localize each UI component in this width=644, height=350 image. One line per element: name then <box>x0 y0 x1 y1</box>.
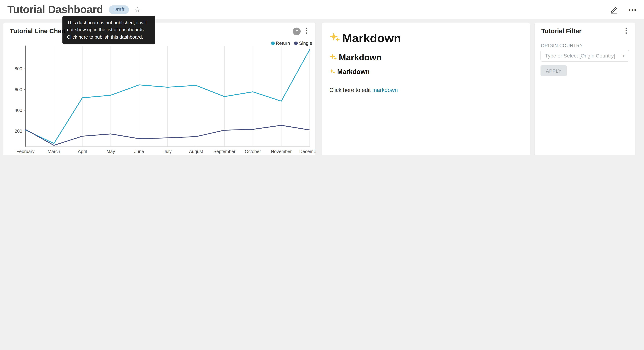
draft-badge[interactable]: Draft <box>109 6 129 14</box>
markdown-edit-link[interactable]: markdown <box>372 87 398 93</box>
y-axis-label: 200 <box>15 128 22 134</box>
x-axis-label: February <box>16 149 35 154</box>
edit-pencil-icon[interactable] <box>610 6 618 14</box>
markdown-card: Markdown Markdown Markdown Click here to… <box>322 23 530 155</box>
sparkles-icon <box>330 32 340 45</box>
dashboard-title: Tutorial Dashboard <box>8 3 103 16</box>
y-axis-label: 400 <box>15 108 22 113</box>
header-more-menu-icon[interactable]: ⋯ <box>628 5 637 14</box>
markdown-h3: Markdown <box>330 68 522 76</box>
origin-country-label: ORIGIN COUNTRY <box>541 43 583 48</box>
x-axis-label: October <box>245 149 261 154</box>
chart-kebab-menu-icon[interactable]: ⋮ <box>303 27 310 34</box>
y-axis-label: 800 <box>15 66 22 71</box>
select-placeholder: Type or Select [Origin Country] <box>545 53 615 58</box>
x-axis-label: August <box>189 149 203 154</box>
line-chart: FebruaryMarchAprilMayJuneJulyAugustSepte… <box>3 44 316 155</box>
y-axis-label: 600 <box>15 87 22 92</box>
x-axis-label: November <box>271 149 292 154</box>
x-axis-label: April <box>78 149 87 154</box>
favorite-star-icon[interactable]: ☆ <box>134 6 140 13</box>
x-axis-label: June <box>134 149 144 154</box>
unpublished-tooltip[interactable]: This dashboard is not published, it will… <box>62 16 155 44</box>
dashboard-viewport: Tutorial Dashboard Draft ☆ ⋯ This dashbo… <box>0 0 644 155</box>
line-chart-card: Tutorial Line Chart ⋮ Return Single Febr… <box>3 23 316 155</box>
filter-kebab-menu-icon[interactable]: ⋮ <box>622 27 630 34</box>
markdown-h1: Markdown <box>330 32 522 45</box>
x-axis-label: December <box>299 149 316 154</box>
markdown-paragraph: Click here to edit markdown <box>330 87 522 93</box>
filter-card: Tutorial Filter ⋮ ORIGIN COUNTRY Type or… <box>535 23 635 155</box>
sparkles-icon <box>330 68 335 76</box>
filter-card-title: Tutorial Filter <box>541 28 582 35</box>
sparkles-icon <box>330 52 337 62</box>
markdown-body: Markdown Markdown Markdown Click here to… <box>322 23 530 155</box>
x-axis-label: May <box>106 149 115 154</box>
x-axis-label: July <box>164 149 172 154</box>
x-axis-label: September <box>213 149 236 154</box>
line-chart-card-title: Tutorial Line Chart <box>10 28 66 35</box>
x-axis-label: March <box>48 149 60 154</box>
origin-country-select[interactable]: Type or Select [Origin Country] ▾ <box>540 50 629 62</box>
filter-indicator-icon[interactable] <box>293 28 300 35</box>
markdown-h2: Markdown <box>330 52 522 62</box>
chevron-down-icon: ▾ <box>622 53 625 58</box>
apply-button[interactable]: APPLY <box>540 65 567 76</box>
